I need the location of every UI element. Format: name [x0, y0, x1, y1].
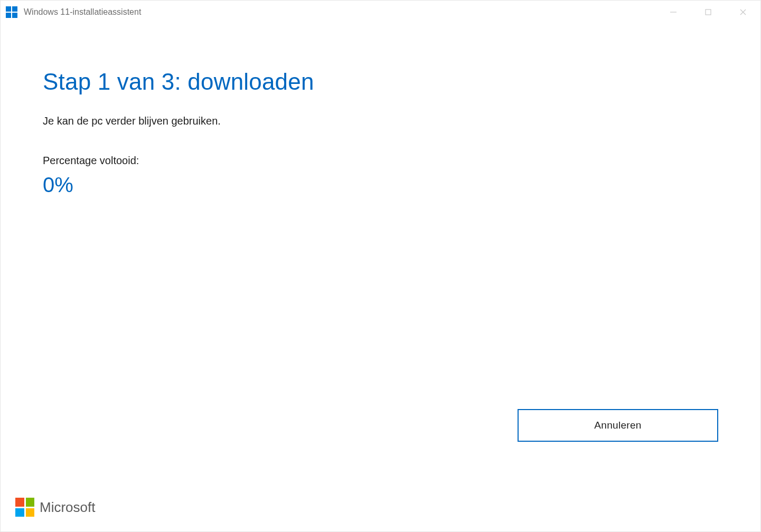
window-title: Windows 11-installatieassistent — [24, 7, 141, 17]
svg-rect-1 — [706, 10, 711, 15]
minimize-button[interactable] — [656, 1, 691, 24]
percent-value: 0% — [43, 173, 718, 197]
close-icon — [739, 8, 747, 16]
titlebar: Windows 11-installatieassistent — [1, 1, 760, 24]
step-subtext: Je kan de pc verder blijven gebruiken. — [43, 115, 718, 127]
close-button[interactable] — [726, 1, 760, 24]
window-controls — [656, 1, 760, 24]
minimize-icon — [670, 8, 677, 16]
footer-brand: Microsoft — [15, 498, 95, 517]
maximize-icon — [704, 8, 712, 16]
step-heading: Stap 1 van 3: downloaden — [43, 69, 718, 95]
brand-text: Microsoft — [40, 499, 95, 516]
microsoft-logo-icon — [15, 498, 34, 517]
percent-label: Percentage voltooid: — [43, 155, 718, 167]
cancel-button[interactable]: Annuleren — [518, 409, 718, 442]
main-content: Stap 1 van 3: downloaden Je kan de pc ve… — [1, 24, 760, 197]
windows-logo-icon — [6, 6, 17, 18]
maximize-button[interactable] — [691, 1, 726, 24]
